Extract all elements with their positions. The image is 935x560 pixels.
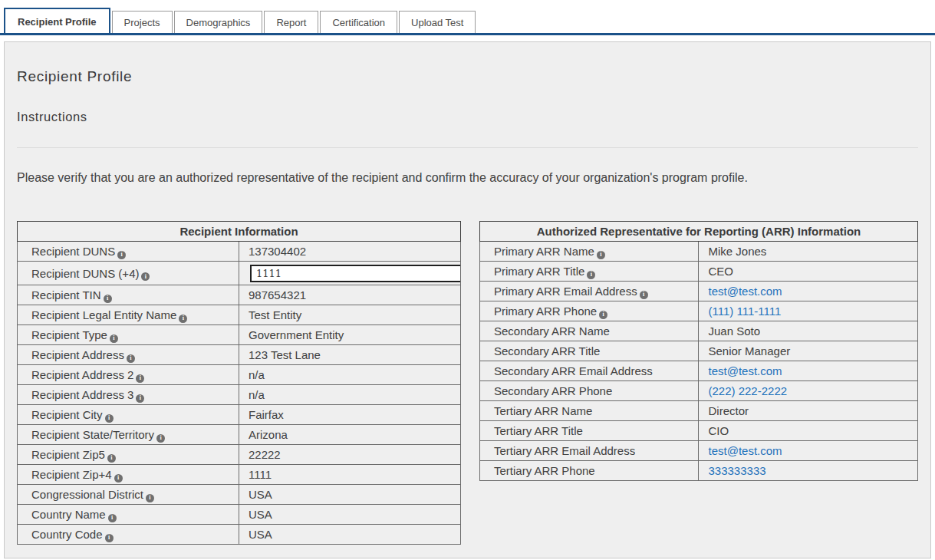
info-icon[interactable]: i [117, 251, 126, 259]
row-label: Secondary ARR Title [479, 341, 699, 361]
info-icon[interactable]: i [127, 354, 135, 363]
row-value: test@test.com [699, 361, 918, 381]
row-label-text: Recipient Address 3 [31, 388, 133, 401]
table-row: Recipient Zip5i22222 [18, 445, 461, 465]
row-value: USA [239, 525, 460, 545]
tab-report[interactable]: Report [264, 11, 318, 33]
info-icon[interactable]: i [587, 271, 595, 279]
row-label-text: Primary ARR Title [494, 265, 584, 278]
table-row: Country CodeiUSA [18, 525, 461, 545]
info-icon[interactable]: i [114, 474, 123, 483]
row-value: (111) 111-1111 [699, 301, 918, 321]
info-icon[interactable]: i [156, 434, 165, 443]
table-row: Primary ARR TitleiCEO [479, 262, 917, 282]
row-label-text: Recipient DUNS (+4) [31, 267, 139, 280]
table-row: Recipient TINi987654321 [18, 285, 461, 305]
row-label-text: Tertiary ARR Name [494, 404, 592, 417]
value-link[interactable]: test@test.com [708, 364, 782, 377]
row-value: Juan Soto [699, 321, 918, 341]
table-row: Tertiary ARR Email Addresstest@test.com [479, 441, 917, 461]
info-icon[interactable]: i [640, 291, 648, 299]
info-icon[interactable]: i [599, 311, 607, 319]
row-value: 22222 [239, 445, 460, 465]
divider [17, 147, 918, 148]
row-label: Recipient TINi [18, 285, 239, 305]
row-label: Tertiary ARR Phone [479, 461, 699, 481]
row-label: Primary ARR Email Addressi [479, 282, 699, 301]
row-label: Tertiary ARR Name [479, 401, 699, 421]
row-label-text: Congressional District [31, 488, 143, 501]
info-icon[interactable]: i [105, 534, 114, 542]
row-value: test@test.com [699, 282, 918, 301]
info-icon[interactable]: i [597, 251, 605, 259]
row-label: Secondary ARR Email Address [479, 361, 699, 381]
info-icon[interactable]: i [107, 454, 116, 463]
info-icon[interactable]: i [108, 514, 117, 522]
row-label-text: Tertiary ARR Email Address [494, 444, 635, 457]
row-value [239, 262, 460, 285]
table-row: Primary ARR Email Addressitest@test.com [479, 282, 917, 301]
duns-plus4-input[interactable] [250, 265, 461, 282]
table-row: Secondary ARR Phone(222) 222-2222 [479, 381, 917, 401]
row-label-text: Tertiary ARR Title [494, 424, 583, 437]
value-link[interactable]: (111) 111-1111 [708, 305, 781, 318]
row-label-text: Primary ARR Email Address [494, 285, 637, 298]
row-label: Recipient Address 3i [18, 385, 239, 405]
row-label-text: Recipient Address [31, 348, 124, 361]
row-label: Recipient Zip+4i [18, 465, 239, 485]
row-value: Fairfax [239, 405, 460, 425]
info-icon[interactable]: i [104, 295, 112, 303]
row-value: n/a [239, 385, 460, 405]
row-label-text: Recipient TIN [31, 288, 101, 301]
info-icon[interactable]: i [110, 334, 118, 343]
tab-demographics[interactable]: Demographics [174, 11, 263, 33]
row-label-text: Primary ARR Name [494, 245, 594, 258]
row-label: Country Namei [18, 505, 239, 525]
tab-recipient-profile[interactable]: Recipient Profile [4, 8, 110, 33]
instructions-heading: Instructions [17, 110, 918, 124]
row-label: Recipient Addressi [18, 345, 239, 365]
tables-container: Recipient Information Recipient DUNSi137… [17, 221, 918, 545]
table-row: Recipient Addressi123 Test Lane [18, 345, 461, 365]
row-value: 137304402 [239, 242, 460, 262]
row-value: 123 Test Lane [239, 345, 460, 365]
arr-table-title: Authorized Representative for Reporting … [479, 222, 917, 242]
table-header-row: Recipient Information [18, 222, 461, 242]
table-row: Recipient CityiFairfax [18, 405, 461, 425]
info-icon[interactable]: i [136, 394, 144, 403]
info-icon[interactable]: i [136, 374, 144, 383]
instructions-text: Please verify that you are an authorized… [17, 171, 918, 185]
table-row: Recipient DUNSi137304402 [18, 242, 461, 262]
row-label: Recipient DUNS (+4)i [18, 262, 239, 285]
arr-information-table: Authorized Representative for Reporting … [479, 221, 918, 481]
row-value: 1111 [239, 465, 460, 485]
info-icon[interactable]: i [179, 315, 187, 323]
page: Recipient Profile Projects Demographics … [0, 0, 935, 560]
info-icon[interactable]: i [146, 494, 154, 502]
table-row: Secondary ARR NameJuan Soto [479, 321, 917, 341]
row-label: Secondary ARR Phone [479, 381, 699, 401]
value-link[interactable]: (222) 222-2222 [708, 384, 787, 397]
table-row: Recipient State/TerritoryiArizona [18, 425, 461, 445]
table-row: Recipient Address 2in/a [18, 365, 461, 385]
tab-certification[interactable]: Certification [320, 11, 397, 33]
row-value: 987654321 [239, 285, 460, 305]
row-label: Recipient Typei [18, 325, 239, 345]
recipient-information-table: Recipient Information Recipient DUNSi137… [17, 221, 461, 545]
row-value: Director [699, 401, 918, 421]
row-label: Recipient DUNSi [18, 242, 239, 262]
tab-upload-test[interactable]: Upload Test [399, 11, 476, 33]
row-label: Recipient Zip5i [18, 445, 239, 465]
row-label: Tertiary ARR Email Address [479, 441, 699, 461]
table-row: Tertiary ARR NameDirector [479, 401, 917, 421]
value-link[interactable]: test@test.com [708, 285, 782, 298]
info-icon[interactable]: i [141, 272, 150, 281]
table-row: Congressional DistrictiUSA [18, 485, 461, 505]
value-link[interactable]: test@test.com [708, 444, 782, 457]
info-icon[interactable]: i [105, 414, 114, 423]
row-value: Government Entity [239, 325, 460, 345]
row-value: CEO [699, 262, 918, 282]
tab-projects[interactable]: Projects [112, 11, 173, 33]
row-value: (222) 222-2222 [699, 381, 918, 401]
value-link[interactable]: 333333333 [708, 464, 765, 477]
